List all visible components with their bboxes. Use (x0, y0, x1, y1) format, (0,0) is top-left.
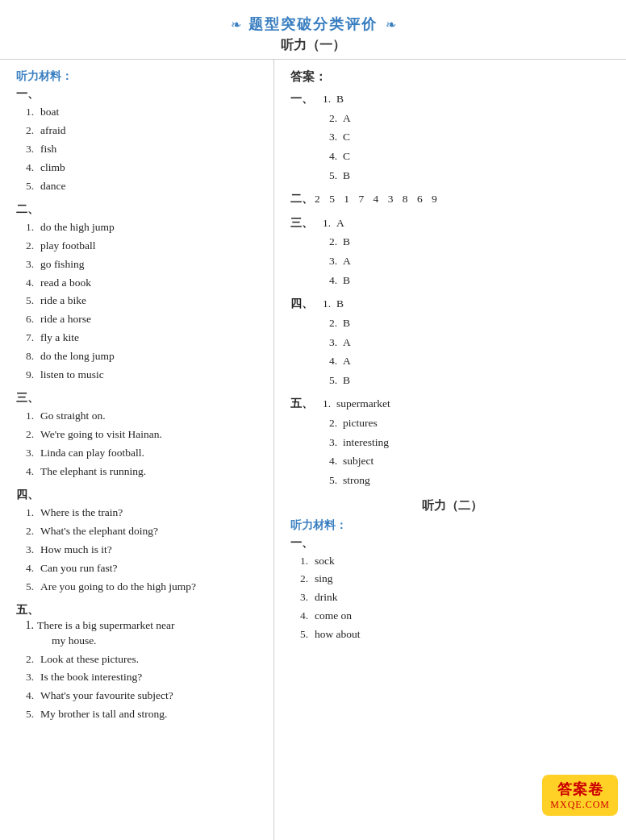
list-item: 9.listen to music (16, 366, 261, 385)
section-si-num: 四、 (16, 488, 39, 502)
list-item: 1.sock (290, 552, 613, 571)
section-si-items: 1.Where is the train? 2.What's the eleph… (16, 504, 261, 597)
left-column: 听力材料： 一、 1.boat 2.afraid 3.fish 4.climb … (0, 60, 274, 840)
page-title: ❧ 题型突破分类评价 ❧ (0, 15, 626, 34)
answer-section-yi: 一、 1. B 2. A 3. C 4. C (290, 89, 613, 185)
answer-value: B (343, 232, 367, 252)
section-er-num: 二、 (16, 202, 39, 217)
list-item: 3.Linda can play football. (16, 444, 261, 463)
list-item: 1.Where is the train? (16, 504, 261, 522)
section-wu-items: 1. There is a big supermarket near my ho… (16, 619, 261, 725)
content-area: 听力材料： 一、 1.boat 2.afraid 3.fish 4.climb … (0, 60, 626, 840)
list-item: 1.boat (16, 103, 261, 122)
section-si: 四、 1.Where is the train? 2.What's the el… (16, 488, 261, 597)
answer-value: B (343, 271, 367, 290)
section-yi-num: 一、 (16, 87, 39, 102)
list-item: 1.Go straight on. (16, 407, 261, 426)
answer-section-san: 三、 1. A 2. B 3. A 4. B (290, 214, 613, 290)
answer-value: B (343, 166, 367, 185)
list-item: 1.do the high jump (16, 218, 261, 237)
watermark-line2: MXQE.COM (550, 799, 610, 811)
list-item: 7.fly a kite (16, 329, 261, 347)
listening2-header: 听力（二） (290, 498, 613, 514)
title-text: 题型突破分类评价 (248, 16, 378, 32)
watermark-line1: 答案卷 (550, 780, 610, 799)
answer-er-values: 2 5 1 7 4 3 8 6 9 (315, 189, 440, 209)
section-si-header: 四、 (16, 488, 261, 502)
list-item: 2.sing (290, 570, 613, 588)
list-item: 6.ride a horse (16, 310, 261, 329)
subtitle-text: 听力（一） (0, 37, 626, 54)
right-column: 答案： 一、 1. B 2. A 3. C (274, 60, 626, 840)
list-item: 3.Is the book interesting? (16, 668, 261, 687)
listening2-label: 听力（二） (422, 499, 482, 512)
section-san: 三、 1.Go straight on. 2.We're going to vi… (16, 391, 261, 481)
list-item: 4.climb (16, 159, 261, 177)
answer-value: strong (343, 471, 370, 490)
list-item: 5.Are you going to do the high jump? (16, 578, 261, 597)
section-wu-header: 五、 (16, 603, 261, 618)
answer-value: pictures (343, 414, 378, 433)
section-yi: 一、 1.boat 2.afraid 3.fish 4.climb 5.danc… (16, 87, 261, 196)
list-item: 3.go fishing (16, 256, 261, 274)
list-item: 2.Look at these pictures. (16, 651, 261, 669)
answer-sec-yi-num: 一、 (290, 89, 315, 109)
listening2-section-yi: 一、 1.sock 2.sing 3.drink 4.come on 5.how… (290, 536, 613, 645)
listening2-sec-yi-num: 一、 (290, 536, 313, 551)
list-item: 2.We're going to visit Hainan. (16, 426, 261, 444)
watermark: 答案卷 MXQE.COM (542, 775, 618, 816)
section-yi-items: 1.boat 2.afraid 3.fish 4.climb 5.dance (16, 103, 261, 196)
answer-value: B (343, 371, 367, 390)
section-san-num: 三、 (16, 391, 39, 405)
list-item: 5.ride a bike (16, 292, 261, 310)
list-item: 3.drink (290, 588, 613, 607)
list-item: 8.do the long jump (16, 347, 261, 366)
answer-sec-wu-num: 五、 (290, 394, 315, 414)
list-item: 1. There is a big supermarket near my ho… (16, 619, 261, 651)
section-san-header: 三、 (16, 391, 261, 405)
answer-section-er: 二、 2 5 1 7 4 3 8 6 9 (290, 189, 613, 209)
list-item: 3.How much is it? (16, 541, 261, 559)
section-yi-header: 一、 (16, 87, 261, 102)
page-header: ❧ 题型突破分类评价 ❧ 听力（一） (0, 0, 626, 60)
section-er-header: 二、 (16, 202, 261, 217)
listening2-material-label: 听力材料： (290, 518, 613, 533)
paw-icon-right: ❧ (386, 18, 396, 31)
list-item: 2.play football (16, 237, 261, 256)
list-item: 5.how about (290, 626, 613, 644)
section-er-items: 1.do the high jump 2.play football 3.go … (16, 218, 261, 385)
answer-section-wu: 五、 1. supermarket 2. pictures 3. interes… (290, 394, 613, 489)
answer-sec-er-num: 二、 (290, 189, 315, 209)
list-item: 5.dance (16, 177, 261, 196)
list-item: 4.come on (290, 607, 613, 626)
answer-value: B (343, 314, 367, 333)
list-item: 4.read a book (16, 274, 261, 293)
answer-sec-san-num: 三、 (290, 214, 315, 233)
answer-value: C (343, 127, 367, 147)
list-item: 2.afraid (16, 122, 261, 140)
list-item: 4.Can you run fast? (16, 559, 261, 578)
answer-value: B (336, 294, 361, 314)
page: ❧ 题型突破分类评价 ❧ 听力（一） 听力材料： 一、 1.boat 2.afr… (0, 0, 626, 840)
list-item: 3.fish (16, 140, 261, 159)
section-wu-num: 五、 (16, 603, 39, 618)
answer-value: supermarket (336, 394, 390, 414)
list-item: 2.What's the elephant doing? (16, 522, 261, 541)
answer-value: A (343, 109, 367, 128)
answer-value: A (343, 252, 367, 271)
answer-section-si: 四、 1. B 2. B 3. A 4. A (290, 294, 613, 389)
answer-value: A (336, 214, 361, 233)
answer-value: interesting (343, 433, 389, 452)
section-er: 二、 1.do the high jump 2.play football 3.… (16, 202, 261, 385)
listening-material-label: 听力材料： (16, 69, 261, 84)
list-item: 4.What's your favourite subject? (16, 687, 261, 705)
list-item: 4.The elephant is running. (16, 463, 261, 481)
list-item: 5.My brother is tall and strong. (16, 705, 261, 724)
section-san-items: 1.Go straight on. 2.We're going to visit… (16, 407, 261, 481)
answer-value: C (343, 147, 367, 166)
paw-icon-left: ❧ (231, 18, 241, 31)
answer-label: 答案： (290, 69, 613, 85)
answer-value: A (343, 351, 367, 371)
answer-value: B (336, 89, 361, 109)
answer-value: subject (343, 451, 374, 471)
